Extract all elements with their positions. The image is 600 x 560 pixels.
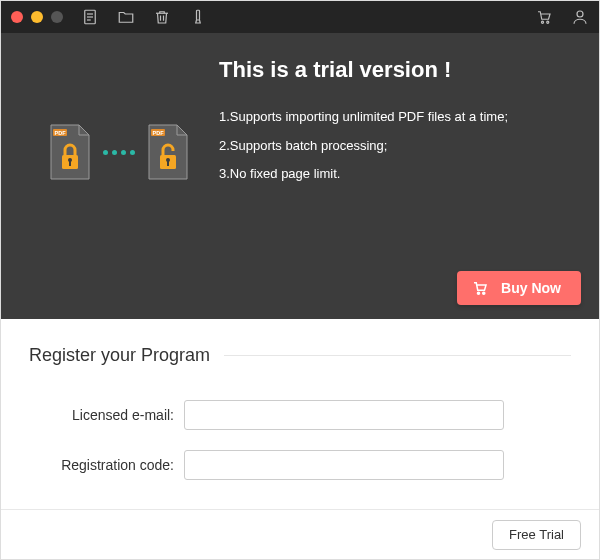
feature-item: 2.Supports batch processing; [219, 132, 581, 161]
titlebar [1, 1, 599, 33]
progress-dots-icon [103, 150, 135, 155]
register-section: Register your Program Licensed e-mail: R… [1, 319, 599, 509]
minimize-window-button[interactable] [31, 11, 43, 23]
buy-now-label: Buy Now [501, 280, 561, 296]
svg-text:PDF: PDF [153, 130, 165, 136]
svg-rect-19 [167, 161, 169, 166]
toolbar-left [81, 8, 207, 26]
registration-code-field[interactable] [184, 450, 504, 480]
footer: Free Trial [1, 509, 599, 559]
marker-icon[interactable] [189, 8, 207, 26]
svg-rect-14 [69, 161, 71, 166]
svg-text:PDF: PDF [55, 130, 67, 136]
folder-icon[interactable] [117, 8, 135, 26]
pdf-unlocked-icon: PDF [145, 123, 191, 181]
buy-now-button[interactable]: Buy Now [457, 271, 581, 305]
svg-point-9 [577, 11, 583, 17]
divider [224, 355, 571, 356]
trash-icon[interactable] [153, 8, 171, 26]
close-window-button[interactable] [11, 11, 23, 23]
feature-list: 1.Supports importing unlimited PDF files… [219, 103, 581, 189]
trial-banner: PDF PDF Th [1, 33, 599, 319]
user-icon[interactable] [571, 8, 589, 26]
email-field[interactable] [184, 400, 504, 430]
svg-point-8 [547, 21, 549, 23]
cart-icon[interactable] [535, 8, 553, 26]
document-icon[interactable] [81, 8, 99, 26]
svg-rect-6 [197, 10, 200, 20]
pdf-unlock-illustration: PDF PDF [19, 33, 219, 271]
svg-point-7 [541, 21, 543, 23]
svg-point-21 [483, 292, 485, 294]
svg-point-20 [478, 292, 480, 294]
window-controls [11, 11, 63, 23]
maximize-window-button[interactable] [51, 11, 63, 23]
feature-item: 1.Supports importing unlimited PDF files… [219, 103, 581, 132]
trial-title: This is a trial version ! [219, 57, 581, 83]
toolbar-right [535, 8, 589, 26]
feature-item: 3.No fixed page limit. [219, 160, 581, 189]
register-title: Register your Program [29, 345, 210, 366]
cart-icon [471, 279, 489, 297]
email-label: Licensed e-mail: [29, 407, 184, 423]
code-label: Registration code: [29, 457, 184, 473]
free-trial-button[interactable]: Free Trial [492, 520, 581, 550]
pdf-locked-icon: PDF [47, 123, 93, 181]
